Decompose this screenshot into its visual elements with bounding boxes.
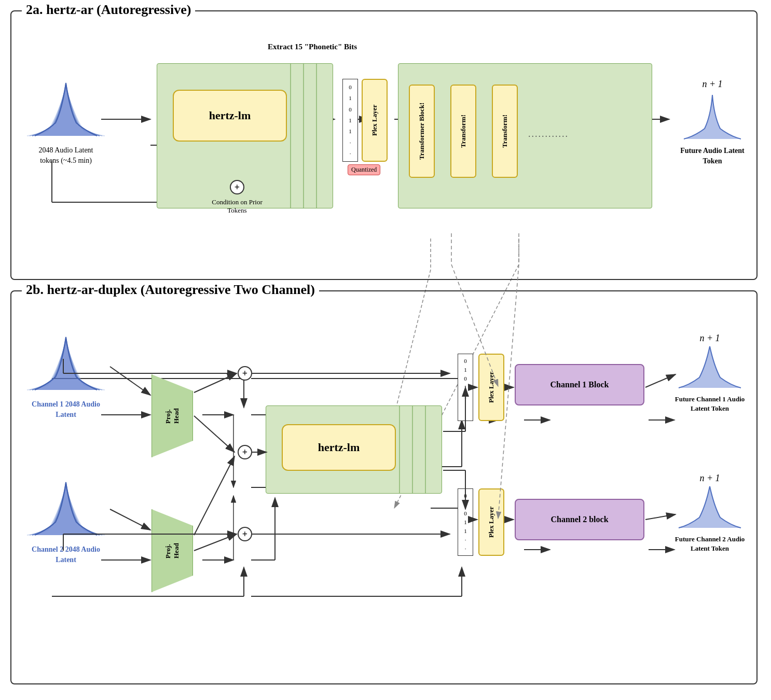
output-gaussian-svg-2a [679, 90, 746, 142]
bit-sequence-2a: 01011·· [342, 79, 358, 162]
n-plus-one-2a: n + 1 [679, 79, 746, 90]
svg-line-56 [194, 456, 235, 535]
ellipsis: ............ [528, 129, 569, 139]
quantized-label: Quantized [348, 164, 380, 175]
channel2-output-svg [673, 484, 746, 530]
plex-layer-2b-bottom: Plex Layer [478, 488, 504, 556]
svg-line-58 [194, 373, 237, 393]
channel1-input-label: Channel 1 2048 Audio Latent [22, 399, 110, 419]
channel1-block: Channel 1 Block [515, 364, 644, 405]
green-box-2a: hertz-lm [157, 63, 333, 208]
section-2a-title: 2a. hertz-ar (Autoregressive) [22, 2, 195, 18]
svg-line-61 [194, 534, 237, 551]
output-gaussian-2a: n + 1 Future Audio Latent Token [679, 79, 746, 166]
input-label-2a: 2048 Audio Latent tokens (~4.5 min) [22, 145, 110, 165]
green-box-2b: hertz-lm [266, 405, 442, 494]
plex-layer-2a: Plex Layer [362, 79, 388, 162]
transformer-block-3: Transform! [492, 85, 518, 178]
svg-line-55 [194, 416, 235, 452]
section-2b: 2b. hertz-ar-duplex (Autoregressive Two … [10, 290, 758, 684]
input-gaussian-2a: 2048 Audio Latent tokens (~4.5 min) [22, 79, 110, 165]
svg-line-75 [645, 514, 676, 520]
section-2b-title: 2b. hertz-ar-duplex (Autoregressive Two … [22, 282, 319, 298]
channel2-input-label: Channel 2 2048 Audio Latent [22, 544, 110, 565]
section-2a: 2a. hertz-ar (Autoregressive) Extract 15… [10, 10, 758, 280]
transformer-block-2: Transform! [450, 85, 476, 178]
channel1-gaussian: Channel 1 2048 Audio Latent [22, 333, 110, 419]
condition-label-2a: Condition on PriorTokens [198, 198, 276, 215]
bit-sequence-2b-bottom: 01011·· [458, 488, 473, 556]
svg-line-54 [110, 509, 150, 530]
n-plus-one-ch1: n + 1 [673, 333, 746, 344]
channel1-output-svg [673, 344, 746, 390]
main-container: 2a. hertz-ar (Autoregressive) Extract 15… [0, 0, 771, 700]
plus-circle-2b-bottom: + [238, 527, 252, 541]
transformer-block-1: Transformer Block! [409, 85, 435, 178]
transformer-green-box: Transformer Block! Transform! Transform!… [398, 63, 652, 208]
gaussian-svg-2a [22, 79, 110, 141]
channel1-output-label: Future Channel 1 Audio Latent Token [673, 395, 746, 413]
channel2-output-label: Future Channel 2 Audio Latent Token [673, 535, 746, 553]
plus-circle-2b-middle: + [238, 445, 252, 459]
svg-line-53 [110, 367, 150, 395]
extract-label: Extract 15 "Phonetic" Bits [260, 43, 364, 51]
hertz-lm-2a: hertz-lm [173, 90, 287, 142]
bit-sequence-2b-top: 01011·· [458, 354, 473, 421]
channel2-output-gaussian: n + 1 Future Channel 2 Audio Latent Toke… [673, 473, 746, 553]
plus-circle-2a: + [230, 180, 244, 194]
plex-layer-2b-top: Plex Layer [478, 354, 504, 421]
channel1-gaussian-svg [22, 333, 110, 395]
channel2-gaussian-svg [22, 478, 110, 540]
hertz-lm-2b: hertz-lm [282, 424, 396, 471]
proj-head-2: Proj.Head [152, 509, 193, 592]
svg-line-74 [645, 374, 676, 387]
proj-head-1: Proj.Head [152, 374, 193, 457]
output-label-2a: Future Audio Latent Token [679, 146, 746, 166]
channel1-output-gaussian: n + 1 Future Channel 1 Audio Latent Toke… [673, 333, 746, 413]
plus-circle-2b-top: + [238, 366, 252, 381]
n-plus-one-ch2: n + 1 [673, 473, 746, 484]
channel2-block: Channel 2 block [515, 499, 644, 540]
channel2-gaussian: Channel 2 2048 Audio Latent [22, 478, 110, 565]
